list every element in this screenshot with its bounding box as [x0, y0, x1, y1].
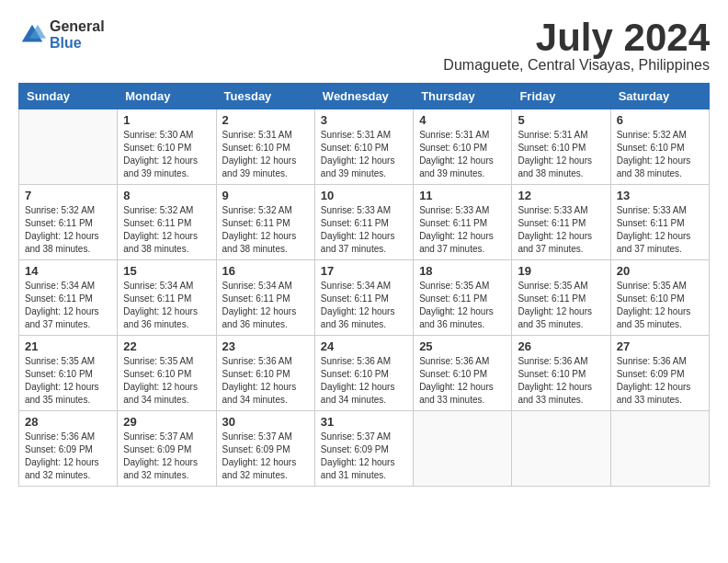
header-thursday: Thursday [414, 84, 512, 109]
day-info: Sunrise: 5:36 AMSunset: 6:09 PMDaylight:… [25, 431, 111, 482]
title-location: Dumaguete, Central Visayas, Philippines [443, 57, 710, 74]
day-number: 24 [321, 339, 407, 353]
day-info: Sunrise: 5:37 AMSunset: 6:09 PMDaylight:… [222, 431, 309, 482]
header-monday: Monday [118, 84, 216, 109]
table-row [610, 411, 709, 487]
table-row [512, 411, 610, 487]
day-number: 6 [617, 113, 703, 127]
day-info: Sunrise: 5:36 AMSunset: 6:09 PMDaylight:… [617, 355, 703, 407]
logo-blue: Blue [50, 35, 105, 52]
table-row: 13 Sunrise: 5:33 AMSunset: 6:11 PMDaylig… [610, 185, 709, 260]
table-row: 2 Sunrise: 5:31 AMSunset: 6:10 PMDayligh… [216, 109, 314, 185]
table-row: 8 Sunrise: 5:32 AMSunset: 6:11 PMDayligh… [118, 185, 216, 260]
header-friday: Friday [512, 84, 610, 109]
day-number: 10 [321, 189, 407, 202]
day-number: 17 [321, 264, 407, 278]
table-row: 23 Sunrise: 5:36 AMSunset: 6:10 PMDaylig… [216, 336, 314, 411]
day-number: 23 [222, 339, 309, 353]
week-row-3: 14 Sunrise: 5:34 AMSunset: 6:11 PMDaylig… [19, 260, 710, 336]
logo-general: General [50, 18, 105, 35]
day-number: 26 [518, 339, 604, 353]
day-info: Sunrise: 5:31 AMSunset: 6:10 PMDaylight:… [321, 129, 407, 180]
table-row: 15 Sunrise: 5:34 AMSunset: 6:11 PMDaylig… [118, 260, 216, 336]
week-row-2: 7 Sunrise: 5:32 AMSunset: 6:11 PMDayligh… [19, 185, 710, 260]
day-number: 22 [123, 339, 210, 353]
day-number: 12 [518, 189, 604, 202]
calendar-table: Sunday Monday Tuesday Wednesday Thursday… [18, 83, 710, 487]
title-block: July 2024 Dumaguete, Central Visayas, Ph… [443, 18, 710, 74]
day-number: 11 [419, 189, 506, 202]
day-number: 18 [419, 264, 506, 278]
day-info: Sunrise: 5:36 AMSunset: 6:10 PMDaylight:… [518, 355, 604, 407]
day-number: 3 [321, 113, 407, 127]
day-info: Sunrise: 5:33 AMSunset: 6:11 PMDaylight:… [518, 204, 604, 256]
header-sunday: Sunday [19, 84, 118, 109]
day-info: Sunrise: 5:32 AMSunset: 6:10 PMDaylight:… [617, 129, 703, 180]
logo-text: General Blue [50, 18, 105, 51]
day-info: Sunrise: 5:33 AMSunset: 6:11 PMDaylight:… [617, 204, 703, 256]
day-info: Sunrise: 5:30 AMSunset: 6:10 PMDaylight:… [123, 129, 210, 180]
day-number: 14 [25, 264, 111, 278]
table-row: 25 Sunrise: 5:36 AMSunset: 6:10 PMDaylig… [414, 336, 512, 411]
page-header: General Blue July 2024 Dumaguete, Centra… [18, 18, 710, 74]
day-info: Sunrise: 5:31 AMSunset: 6:10 PMDaylight:… [518, 129, 604, 180]
week-row-4: 21 Sunrise: 5:35 AMSunset: 6:10 PMDaylig… [19, 336, 710, 411]
week-row-1: 1 Sunrise: 5:30 AMSunset: 6:10 PMDayligh… [19, 109, 710, 185]
table-row: 16 Sunrise: 5:34 AMSunset: 6:11 PMDaylig… [216, 260, 314, 336]
table-row: 14 Sunrise: 5:34 AMSunset: 6:11 PMDaylig… [19, 260, 118, 336]
day-info: Sunrise: 5:36 AMSunset: 6:10 PMDaylight:… [321, 355, 407, 407]
header-tuesday: Tuesday [216, 84, 314, 109]
table-row: 9 Sunrise: 5:32 AMSunset: 6:11 PMDayligh… [216, 185, 314, 260]
day-info: Sunrise: 5:31 AMSunset: 6:10 PMDaylight:… [222, 129, 309, 180]
logo: General Blue [18, 18, 105, 51]
table-row: 6 Sunrise: 5:32 AMSunset: 6:10 PMDayligh… [610, 109, 709, 185]
table-row: 5 Sunrise: 5:31 AMSunset: 6:10 PMDayligh… [512, 109, 610, 185]
day-info: Sunrise: 5:35 AMSunset: 6:10 PMDaylight:… [617, 280, 703, 331]
table-row [414, 411, 512, 487]
day-number: 25 [419, 339, 506, 353]
header-saturday: Saturday [610, 84, 709, 109]
day-number: 16 [222, 264, 309, 278]
day-info: Sunrise: 5:34 AMSunset: 6:11 PMDaylight:… [222, 280, 309, 331]
day-info: Sunrise: 5:37 AMSunset: 6:09 PMDaylight:… [321, 431, 407, 482]
table-row: 30 Sunrise: 5:37 AMSunset: 6:09 PMDaylig… [216, 411, 314, 487]
day-number: 19 [518, 264, 604, 278]
day-info: Sunrise: 5:31 AMSunset: 6:10 PMDaylight:… [419, 129, 506, 180]
table-row: 11 Sunrise: 5:33 AMSunset: 6:11 PMDaylig… [414, 185, 512, 260]
day-number: 1 [123, 113, 210, 127]
day-number: 8 [123, 189, 210, 202]
day-info: Sunrise: 5:35 AMSunset: 6:10 PMDaylight:… [123, 355, 210, 407]
table-row: 20 Sunrise: 5:35 AMSunset: 6:10 PMDaylig… [610, 260, 709, 336]
table-row: 21 Sunrise: 5:35 AMSunset: 6:10 PMDaylig… [19, 336, 118, 411]
day-info: Sunrise: 5:36 AMSunset: 6:10 PMDaylight:… [222, 355, 309, 407]
table-row: 29 Sunrise: 5:37 AMSunset: 6:09 PMDaylig… [118, 411, 216, 487]
day-info: Sunrise: 5:34 AMSunset: 6:11 PMDaylight:… [123, 280, 210, 331]
logo-icon [18, 21, 46, 49]
table-row: 31 Sunrise: 5:37 AMSunset: 6:09 PMDaylig… [314, 411, 413, 487]
table-row: 1 Sunrise: 5:30 AMSunset: 6:10 PMDayligh… [118, 109, 216, 185]
table-row: 10 Sunrise: 5:33 AMSunset: 6:11 PMDaylig… [314, 185, 413, 260]
day-number: 29 [123, 415, 210, 429]
day-number: 21 [25, 339, 111, 353]
day-number: 5 [518, 113, 604, 127]
title-month-year: July 2024 [443, 18, 710, 57]
day-info: Sunrise: 5:34 AMSunset: 6:11 PMDaylight:… [25, 280, 111, 331]
day-number: 7 [25, 189, 111, 202]
table-row: 18 Sunrise: 5:35 AMSunset: 6:11 PMDaylig… [414, 260, 512, 336]
day-number: 31 [321, 415, 407, 429]
day-number: 20 [617, 264, 703, 278]
table-row: 4 Sunrise: 5:31 AMSunset: 6:10 PMDayligh… [414, 109, 512, 185]
table-row: 3 Sunrise: 5:31 AMSunset: 6:10 PMDayligh… [314, 109, 413, 185]
day-info: Sunrise: 5:37 AMSunset: 6:09 PMDaylight:… [123, 431, 210, 482]
day-info: Sunrise: 5:32 AMSunset: 6:11 PMDaylight:… [25, 204, 111, 256]
day-info: Sunrise: 5:34 AMSunset: 6:11 PMDaylight:… [321, 280, 407, 331]
day-number: 9 [222, 189, 309, 202]
day-info: Sunrise: 5:35 AMSunset: 6:11 PMDaylight:… [518, 280, 604, 331]
table-row: 22 Sunrise: 5:35 AMSunset: 6:10 PMDaylig… [118, 336, 216, 411]
day-number: 4 [419, 113, 506, 127]
header-wednesday: Wednesday [314, 84, 413, 109]
table-row [19, 109, 118, 185]
day-number: 30 [222, 415, 309, 429]
day-number: 13 [617, 189, 703, 202]
week-row-5: 28 Sunrise: 5:36 AMSunset: 6:09 PMDaylig… [19, 411, 710, 487]
